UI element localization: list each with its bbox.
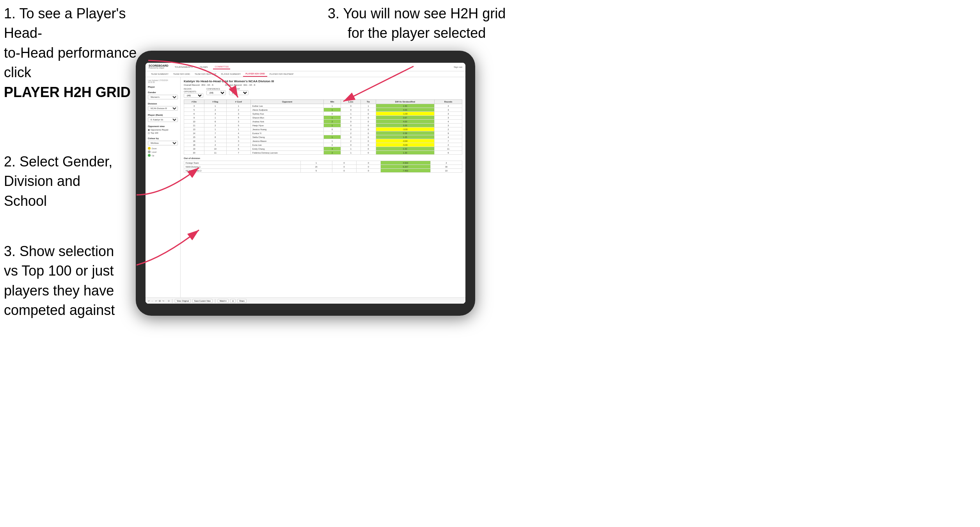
radio-dot-opponents [148, 129, 150, 131]
toolbar-view-original[interactable]: View: Original [175, 299, 191, 303]
conference-filter-select[interactable]: (All) [206, 90, 226, 95]
division-record-label: Division Record: [225, 84, 242, 86]
table-row: 6 3 3 Sydney Kuo 0 1 0 -1.00 3 [184, 112, 462, 116]
main-table: # Div # Reg # Conf Opponent Win Loss Tie… [184, 99, 462, 155]
legend-label-down: Down [152, 147, 157, 150]
player-rank-select[interactable]: 8. Katelyn Vo [148, 117, 178, 122]
opponent-filter-label: Opponent [229, 88, 249, 90]
table-row: 9 1 4 Sharon Mun 1 0 0 3.67 3 [184, 116, 462, 120]
toolbar-grid-icon[interactable]: ⊡ [230, 299, 236, 303]
nav-items: TOURNAMENTS TEAMS COMMITTEE [173, 65, 449, 69]
instruction-line1: 1. To see a Player's Head- [4, 5, 126, 41]
brand-sub: Powered by clippd [149, 67, 169, 69]
instruction-bold: PLAYER H2H GRID [4, 84, 131, 100]
toolbar-dot: · [166, 300, 167, 302]
legend-up: Up [148, 154, 178, 157]
instructions-top-left: 1. To see a Player's Head- to-Head perfo… [4, 4, 152, 102]
overall-record-label: Overall Record: [184, 84, 200, 86]
th-div: # Div [184, 100, 204, 104]
nav-teams[interactable]: TEAMS [198, 65, 209, 69]
record-row: Overall Record: 353 - 34 - 6 Division Re… [184, 84, 462, 86]
tablet-frame: SCOREBOARD Powered by clippd TOURNAMENTS… [136, 51, 475, 316]
th-reg: # Reg [204, 100, 227, 104]
bottom-toolbar: ↩ ← ↩ ⊞ ↪ · ⊙ View: Original Save Custom… [146, 297, 465, 304]
nav-committee[interactable]: COMMITTEE [213, 65, 230, 69]
instruction-mid-text: 2. Select Gender,Division andSchool [4, 154, 112, 209]
opponents-filter-select[interactable]: (All) [184, 93, 203, 98]
sidebar-gender-section: Gender Women's [148, 91, 178, 99]
toolbar-circle[interactable]: ⊙ [168, 300, 170, 302]
table-row: 5 2 2 Alexis Sudjianto 1 0 0 4.00 3 [184, 108, 462, 112]
table-row: 14 7 4 Eunice Yi 2 2 0 0.38 9 [184, 131, 462, 135]
instruction-bot-text: 3. Show selectionvs Top 100 or justplaye… [4, 243, 115, 318]
toolbar-grid[interactable]: ⊞ [159, 300, 161, 302]
subnav-team-summary[interactable]: TEAM SUMMARY [149, 71, 171, 77]
table-row: 19 10 6 Emily Chang 4 1 0 0.30 11 [184, 147, 462, 151]
out-division-row: NCAA Division 2 5 0 0 7.400 10 [184, 169, 462, 173]
instructions-top-right: 3. You will now see H2H gridfor the play… [328, 4, 506, 43]
player-rank-label: Player (Rank) [148, 114, 178, 116]
toolbar-forward[interactable]: ↪ [162, 300, 164, 302]
player-label: Player [148, 86, 178, 88]
overall-record-value: 353 - 34 - 6 [201, 84, 213, 86]
th-diff: Diff Av Strokes/Rnd [376, 100, 434, 104]
legend-down: Down [148, 147, 178, 150]
radio-opponents-played[interactable]: Opponents Played [148, 129, 178, 131]
toolbar-back[interactable]: ← [151, 300, 154, 302]
division-select[interactable]: NCAA Division III [148, 106, 178, 111]
th-tie: Tie [361, 100, 376, 104]
out-division-row: NAIA Division 1 15 0 0 9.267 30 [184, 165, 462, 169]
overall-record: Overall Record: 353 - 34 - 6 [184, 84, 213, 86]
table-row: 16 1 3 Jessica Mason 1 2 0 -0.94 7 [184, 139, 462, 143]
toolbar-divider-2 [215, 299, 215, 303]
subnav-player-summary[interactable]: PLAYER SUMMARY [218, 71, 243, 77]
sidebar-player-section: Player [148, 86, 178, 88]
legend-label-level: Level [152, 151, 156, 153]
filter-conference-group: Conference (All) [206, 88, 226, 98]
out-division-row: Foreign Team 1 0 0 4.500 2 [184, 161, 462, 165]
toolbar-undo[interactable]: ↩ [148, 300, 150, 302]
opponent-filter-select[interactable]: (All) [229, 90, 249, 95]
table-row: 18 2 2 Euna Lee 0 0 0 -5.00 2 [184, 143, 462, 147]
sidebar-player-rank-section: Player (Rank) 8. Katelyn Vo [148, 114, 178, 122]
th-win: Win [324, 100, 341, 104]
toolbar-watch[interactable]: Watch ▾ [218, 299, 229, 303]
sign-out-button[interactable]: Sign out [454, 66, 462, 68]
nav-bar: SCOREBOARD Powered by clippd TOURNAMENTS… [146, 63, 465, 71]
gender-select[interactable]: Women's [148, 95, 178, 99]
subnav-team-h2h-heatmap[interactable]: TEAM H2H HEATMAP [192, 71, 219, 77]
toolbar-save-custom[interactable]: Save Custom View [192, 299, 213, 303]
radio-label-top100: Top 100 [151, 132, 158, 134]
sidebar: Last Updated: 27/03/202416:55:38 Player … [146, 77, 181, 304]
colour-by-label: Colour by [148, 137, 178, 140]
opponent-view-label: Opponent view [148, 125, 178, 127]
radio-label-opponents: Opponents Played [151, 129, 168, 131]
subnav-team-h2h-grid[interactable]: TEAM H2H GRID [171, 71, 192, 77]
subnav-player-h2h-grid[interactable]: PLAYER H2H GRID [243, 71, 267, 77]
tablet-screen: SCOREBOARD Powered by clippd TOURNAMENTS… [146, 63, 465, 304]
th-rounds: Rounds [435, 100, 462, 104]
nav-tournaments[interactable]: TOURNAMENTS [173, 65, 194, 69]
toolbar-redo[interactable]: ↩ [155, 300, 157, 302]
sidebar-division-section: Division NCAA Division III [148, 103, 178, 111]
out-of-division-label: Out of division [184, 157, 462, 159]
subnav-player-h2h-heatmap[interactable]: PLAYER H2H HEATMAP [267, 71, 296, 77]
legend-label-up: Up [152, 154, 154, 157]
th-opponent: Opponent [251, 100, 324, 104]
instructions-mid-left: 2. Select Gender,Division andSchool [4, 152, 112, 211]
region-filter-label: Region [184, 88, 203, 90]
gender-label: Gender [148, 91, 178, 94]
toolbar-share[interactable]: Share [237, 299, 246, 303]
colour-by-select[interactable]: Win/loss [148, 141, 178, 145]
sidebar-colour-section: Colour by Win/loss Down Level [148, 137, 178, 157]
radio-top100[interactable]: Top 100 [148, 132, 178, 134]
sidebar-timestamp: Last Updated: 27/03/202416:55:38 [148, 80, 178, 83]
toolbar-divider-1 [172, 299, 172, 303]
table-row: 15 8 5 Stella Cheng 1 0 0 1.25 4 [184, 135, 462, 139]
th-conf: # Conf [226, 100, 250, 104]
legend-level: Level [148, 150, 178, 153]
instructions-bot-left: 3. Show selectionvs Top 100 or justplaye… [4, 242, 115, 320]
conference-filter-label: Conference [206, 88, 226, 90]
table-row: 3 1 1 Esther Lee 1 0 1 1.50 4 [184, 104, 462, 108]
filter-area: Region Opponents: (All) Conference (All) [184, 88, 462, 98]
